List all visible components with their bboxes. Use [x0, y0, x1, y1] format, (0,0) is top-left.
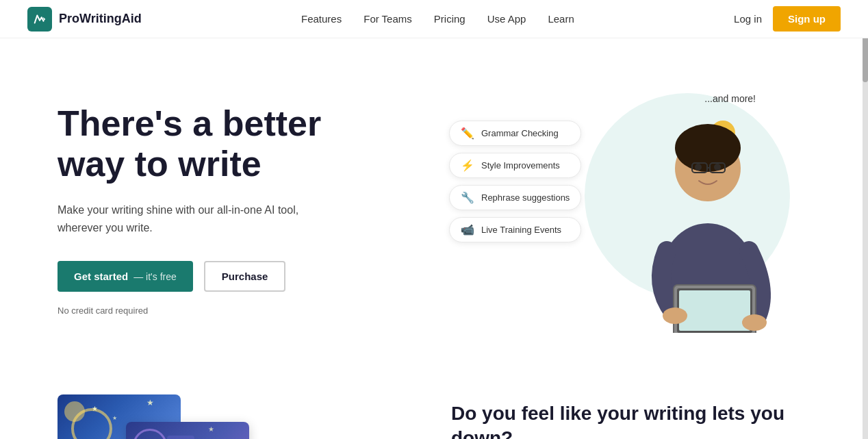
- section-two-title: Do you feel like your writing lets you d…: [451, 401, 810, 439]
- feature-card-grammar: ✏️ Grammar Checking: [449, 121, 581, 146]
- purchase-button[interactable]: Purchase: [204, 261, 286, 292]
- navbar: ProWritingAid Features For Teams Pricing…: [0, 0, 868, 38]
- section-two: ★ ★ ★ My idea in my head ★ ★ Do you feel…: [3, 367, 865, 439]
- nav-features[interactable]: Features: [301, 13, 342, 25]
- svg-point-13: [742, 314, 767, 331]
- scrollbar[interactable]: [863, 0, 868, 439]
- svg-point-12: [663, 308, 687, 324]
- person-illustration: [633, 79, 783, 333]
- hero-subtitle: Make your writing shine with our all-in-…: [58, 201, 345, 236]
- hero-content: There's a better way to write Make your …: [58, 103, 413, 316]
- section-two-visual: ★ ★ ★ My idea in my head ★ ★: [58, 394, 396, 439]
- style-icon: ⚡: [461, 159, 474, 172]
- hero-title: There's a better way to write: [58, 103, 413, 186]
- feature-cards: ✏️ Grammar Checking ⚡ Style Improvements…: [449, 121, 581, 242]
- brand-name: ProWritingAid: [59, 12, 142, 26]
- nav-use-app[interactable]: Use App: [487, 13, 526, 25]
- svg-point-2: [675, 124, 741, 172]
- rephrase-icon: 🔧: [461, 191, 474, 204]
- hero-section: There's a better way to write Make your …: [3, 38, 865, 367]
- nav-pricing[interactable]: Pricing: [434, 13, 465, 25]
- no-credit-text: No credit card required: [58, 305, 413, 316]
- signup-button[interactable]: Sign up: [773, 6, 841, 32]
- section-two-content: Do you feel like your writing lets you d…: [451, 394, 810, 439]
- feature-card-rephrase: 🔧 Rephrase suggestions: [449, 185, 581, 210]
- svg-point-4: [714, 164, 721, 171]
- get-started-button[interactable]: Get started — it's free: [58, 261, 193, 292]
- nav-actions: Log in Sign up: [734, 6, 841, 32]
- login-button[interactable]: Log in: [734, 13, 762, 25]
- training-icon: 📹: [461, 223, 474, 236]
- svg-rect-10: [679, 290, 750, 331]
- nav-learn[interactable]: Learn: [548, 13, 574, 25]
- logo-icon: [27, 7, 52, 32]
- hero-visual: ...and more! +: [449, 79, 810, 340]
- nav-for-teams[interactable]: For Teams: [363, 13, 412, 25]
- grammar-icon: ✏️: [461, 127, 474, 140]
- logo-link[interactable]: ProWritingAid: [27, 7, 142, 32]
- feature-card-style: ⚡ Style Improvements: [449, 153, 581, 178]
- painting-card-2: ★ ★: [126, 422, 249, 439]
- feature-card-training: 📹 Live Training Events: [449, 217, 581, 242]
- hero-cta-buttons: Get started — it's free Purchase: [58, 261, 413, 292]
- painting-bg-2: ★ ★: [126, 422, 249, 439]
- main-nav: Features For Teams Pricing Use App Learn: [301, 13, 574, 25]
- svg-point-3: [695, 164, 702, 171]
